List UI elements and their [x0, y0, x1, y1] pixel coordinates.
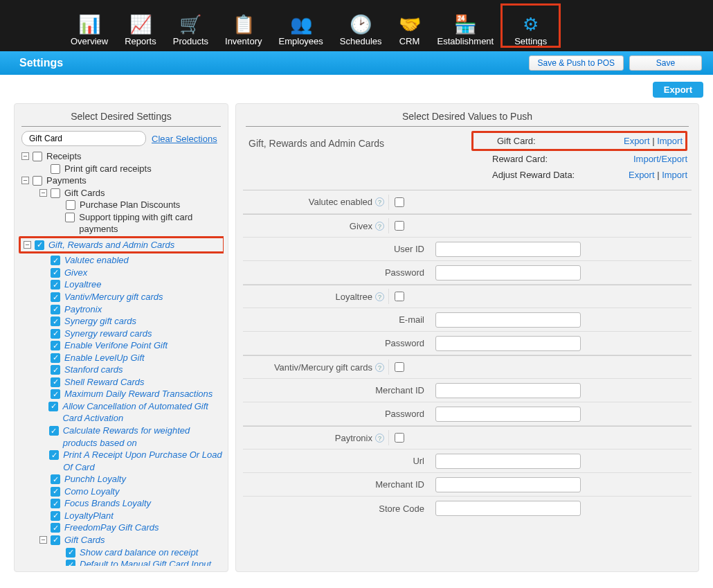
- checkbox[interactable]: [51, 305, 60, 314]
- tree-item-como[interactable]: Como Loyalty: [64, 485, 119, 498]
- tree-item-gift-rewards-admin[interactable]: Gift, Rewards and Admin Cards: [48, 239, 174, 251]
- help-icon[interactable]: ?: [375, 434, 384, 443]
- nav-overview[interactable]: 📊Overview: [62, 5, 116, 46]
- tree-item-show-balance[interactable]: Show card balance on receipt: [80, 546, 198, 559]
- nav-inventory[interactable]: 📋Inventory: [217, 5, 270, 46]
- clear-selections-link[interactable]: Clear Selections: [152, 134, 217, 144]
- tree-item-payments[interactable]: Payments: [46, 175, 87, 187]
- nav-products[interactable]: 🛒Products: [165, 5, 217, 46]
- checkbox[interactable]: [51, 341, 60, 350]
- gift-card-import-link[interactable]: Import: [657, 136, 683, 146]
- collapse-toggle[interactable]: −: [24, 241, 31, 249]
- checkbox[interactable]: [51, 389, 60, 399]
- paytronix-merchant-id-input[interactable]: [435, 477, 581, 492]
- checkbox[interactable]: [33, 152, 42, 161]
- checkbox[interactable]: [51, 317, 60, 326]
- checkbox[interactable]: [51, 474, 60, 484]
- tree-item-receipts[interactable]: Receipts: [46, 150, 82, 163]
- checkbox[interactable]: [51, 487, 60, 497]
- nav-employees[interactable]: 👥Employees: [271, 5, 332, 46]
- paytronix-checkbox[interactable]: [395, 433, 404, 443]
- checkbox[interactable]: [51, 377, 60, 387]
- loyaltree-email-input[interactable]: [435, 312, 581, 328]
- checkbox[interactable]: [51, 292, 60, 302]
- tree-item-valutec[interactable]: Valutec enabled: [64, 254, 129, 267]
- checkbox[interactable]: [33, 176, 42, 186]
- givex-checkbox[interactable]: [395, 221, 404, 231]
- checkbox[interactable]: [51, 511, 60, 521]
- tree-item-loyaltyplant[interactable]: LoyaltyPlant: [64, 510, 114, 522]
- nav-reports[interactable]: 📈Reports: [116, 5, 165, 46]
- tree-item-focus[interactable]: Focus Brands Loyalty: [64, 497, 151, 510]
- nav-schedules[interactable]: 🕑Schedules: [332, 5, 390, 46]
- loyaltree-password-input[interactable]: [435, 336, 581, 351]
- tree-item-shell[interactable]: Shell Reward Cards: [64, 376, 145, 389]
- checkbox[interactable]: [51, 268, 60, 278]
- vantiv-password-input[interactable]: [435, 407, 581, 422]
- checkbox[interactable]: [51, 280, 60, 289]
- checkbox[interactable]: [51, 499, 60, 508]
- checkbox[interactable]: [51, 329, 60, 339]
- tree-item-calc-rewards[interactable]: Calculate Rewards for weighted products …: [63, 425, 224, 449]
- loyaltree-checkbox[interactable]: [395, 292, 404, 301]
- collapse-toggle[interactable]: −: [39, 536, 47, 544]
- checkbox[interactable]: [48, 402, 58, 411]
- nav-crm[interactable]: 🤝CRM: [390, 5, 429, 46]
- tree-item-givex[interactable]: Givex: [64, 267, 87, 279]
- tree-item-synergy-reward[interactable]: Synergy reward cards: [64, 328, 152, 340]
- tree-item-default-manual[interactable]: Default to Manual Gift Card Input: [80, 558, 211, 566]
- adjust-import-link[interactable]: Import: [662, 170, 687, 180]
- reward-card-import-export-link[interactable]: Import/Export: [633, 154, 687, 164]
- paytronix-store-code-input[interactable]: [435, 501, 581, 516]
- tree-item-vantiv[interactable]: Vantiv/Mercury gift cards: [64, 291, 163, 303]
- settings-search-input[interactable]: [21, 131, 146, 146]
- checkbox[interactable]: [49, 426, 59, 436]
- help-icon[interactable]: ?: [375, 222, 384, 231]
- tree-item-allow-cancel[interactable]: Allow Cancellation of Automated Gift Car…: [62, 400, 224, 425]
- adjust-export-link[interactable]: Export: [629, 170, 655, 180]
- tree-item-purchase-plan[interactable]: Purchase Plan Discounts: [80, 199, 180, 211]
- tree-item-synergy-gift[interactable]: Synergy gift cards: [64, 315, 136, 328]
- valutec-checkbox[interactable]: [395, 197, 404, 207]
- tree-item-max-daily[interactable]: Maximum Daily Reward Transactions: [64, 388, 213, 400]
- vantiv-checkbox[interactable]: [395, 362, 404, 372]
- help-icon[interactable]: ?: [375, 197, 384, 206]
- tree-item-gift-cards[interactable]: Gift Cards: [64, 187, 105, 199]
- checkbox[interactable]: [65, 213, 75, 222]
- tree-item-print-gift[interactable]: Print gift card receipts: [64, 163, 152, 175]
- givex-user-id-input[interactable]: [435, 242, 581, 257]
- tree-item-punchh[interactable]: Punchh Loyalty: [64, 473, 126, 485]
- checkbox[interactable]: [66, 560, 75, 566]
- tree-item-levelup[interactable]: Enable LevelUp Gift: [64, 352, 145, 364]
- tree-item-verifone[interactable]: Enable Verifone Point Gift: [64, 339, 168, 352]
- nav-establishment[interactable]: 🏪Establishment: [429, 5, 503, 46]
- checkbox[interactable]: [51, 256, 60, 265]
- checkbox[interactable]: [51, 353, 60, 363]
- checkbox[interactable]: [51, 188, 60, 198]
- gift-card-export-link[interactable]: Export: [624, 136, 650, 146]
- nav-settings[interactable]: ⚙Settings: [502, 5, 559, 46]
- tree-item-freedompay[interactable]: FreedomPay Gift Cards: [64, 522, 159, 534]
- save-button[interactable]: Save: [629, 55, 702, 71]
- checkbox[interactable]: [51, 535, 60, 545]
- checkbox[interactable]: [66, 548, 75, 558]
- tree-item-loyaltree[interactable]: Loyaltree: [64, 278, 101, 291]
- checkbox[interactable]: [51, 164, 60, 174]
- save-push-button[interactable]: Save & Push to POS: [529, 55, 624, 71]
- paytronix-url-input[interactable]: [435, 454, 581, 469]
- help-icon[interactable]: ?: [375, 363, 384, 372]
- tree-item-support-tipping[interactable]: Support tipping with gift card payments: [79, 211, 224, 235]
- collapse-toggle[interactable]: −: [21, 152, 29, 160]
- collapse-toggle[interactable]: −: [39, 189, 47, 197]
- givex-password-input[interactable]: [435, 265, 581, 280]
- tree-item-paytronix[interactable]: Paytronix: [64, 303, 102, 316]
- collapse-toggle[interactable]: −: [21, 177, 29, 184]
- help-icon[interactable]: ?: [375, 292, 384, 301]
- tree-item-gift-cards-sub[interactable]: Gift Cards: [64, 534, 105, 546]
- tree-item-print-receipt[interactable]: Print A Receipt Upon Purchase Or Load Of…: [63, 449, 224, 473]
- checkbox[interactable]: [35, 240, 44, 250]
- vantiv-merchant-id-input[interactable]: [435, 383, 581, 398]
- export-button[interactable]: Export: [653, 82, 703, 98]
- tree-item-stanford[interactable]: Stanford cards: [64, 364, 123, 376]
- checkbox[interactable]: [51, 365, 60, 375]
